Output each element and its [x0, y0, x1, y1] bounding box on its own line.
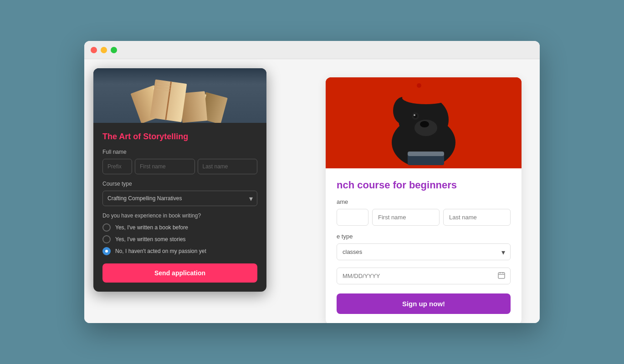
bg-date-input[interactable] — [337, 268, 511, 284]
svg-point-9 — [402, 83, 440, 103]
signup-button[interactable]: Sign up now! — [337, 293, 511, 314]
background-card: nch course for beginners ame e type clas… — [326, 77, 522, 323]
radio-item-0[interactable]: Yes, I've written a book before — [102, 223, 257, 232]
modal-body: The Art of Storytelling Full name Course… — [93, 123, 266, 292]
browser-window: nch course for beginners ame e type clas… — [84, 41, 540, 323]
modal-hero — [93, 68, 266, 123]
svg-point-10 — [417, 83, 421, 88]
bg-card-title: nch course for beginners — [337, 179, 511, 191]
bg-card-body: nch course for beginners ame e type clas… — [326, 168, 522, 323]
traffic-light-yellow[interactable] — [101, 47, 107, 53]
bg-course-label: e type — [337, 233, 511, 240]
calendar-icon — [498, 272, 505, 281]
radio-item-2[interactable]: No, I haven't acted on my passion yet — [102, 247, 257, 255]
svg-rect-13 — [498, 273, 505, 278]
send-application-button[interactable]: Send application — [102, 263, 257, 283]
foreground-modal: The Art of Storytelling Full name Course… — [93, 68, 266, 292]
radio-circle-0 — [102, 223, 111, 232]
radio-item-1[interactable]: Yes, I've written some stories — [102, 235, 257, 243]
experience-label: Do you have experience in book writing? — [102, 212, 257, 219]
radio-circle-1 — [102, 235, 111, 243]
modal-name-label: Full name — [102, 149, 257, 155]
modal-prefix-input[interactable] — [102, 159, 132, 174]
svg-point-6 — [414, 114, 415, 116]
bg-firstname-input[interactable] — [372, 209, 440, 226]
bg-course-select[interactable]: classes — [337, 243, 511, 260]
bg-card-hero — [326, 77, 522, 168]
modal-course-label: Course type — [102, 181, 257, 187]
modal-lastname-input[interactable] — [198, 159, 258, 174]
traffic-light-green[interactable] — [111, 47, 117, 53]
radio-circle-2 — [102, 247, 111, 255]
bg-name-label: ame — [337, 198, 511, 205]
bg-course-select-wrapper: classes ▾ — [337, 243, 511, 260]
radio-label-0: Yes, I've written a book before — [115, 224, 188, 231]
browser-content: nch course for beginners ame e type clas… — [84, 59, 540, 323]
modal-firstname-input[interactable] — [135, 159, 195, 174]
traffic-light-red[interactable] — [91, 47, 97, 53]
bg-lastname-input[interactable] — [443, 209, 511, 226]
modal-name-row — [102, 159, 257, 174]
radio-group: Yes, I've written a book before Yes, I'v… — [102, 223, 257, 255]
svg-point-3 — [420, 121, 429, 127]
bg-date-wrapper — [337, 268, 511, 284]
books-visual — [93, 68, 266, 123]
radio-label-1: Yes, I've written some stories — [115, 236, 186, 243]
radio-label-2: No, I haven't acted on my passion yet — [115, 248, 206, 254]
modal-course-select[interactable]: Crafting Compelling Narratives — [102, 191, 257, 206]
bg-prefix-input[interactable] — [337, 209, 368, 226]
svg-rect-12 — [408, 152, 444, 156]
browser-titlebar — [84, 41, 540, 59]
bg-name-row — [337, 209, 511, 226]
modal-course-select-wrapper: Crafting Compelling Narratives ▾ — [102, 191, 257, 206]
modal-title: The Art of Storytelling — [102, 132, 257, 142]
